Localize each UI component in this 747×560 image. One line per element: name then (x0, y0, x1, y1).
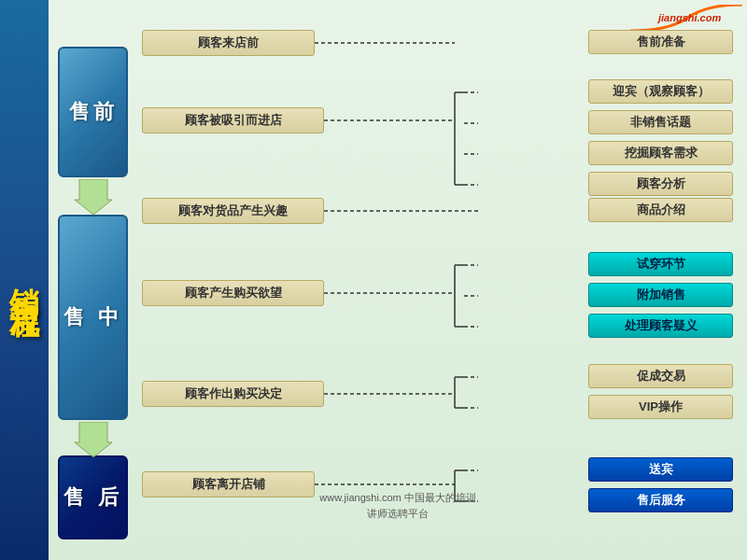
flow-box-4: 顾客产生购买欲望 (142, 280, 324, 306)
flow-box-4-label: 顾客产生购买欲望 (185, 285, 282, 301)
result-box-2-label: 迎宾（观察顾客） (613, 83, 710, 100)
arrow-down-1 (75, 179, 112, 215)
flow-box-3-label: 顾客对货品产生兴趣 (178, 203, 288, 219)
stage-post: 售 后 (58, 455, 128, 539)
svg-marker-1 (75, 179, 112, 215)
watermark: www.jiangshi.com 中国最大的培训 讲师选聘平台 (319, 490, 475, 523)
result-box-11-label: VIP操作 (639, 399, 683, 415)
result-box-6: 商品介绍 (588, 198, 733, 222)
svg-text:jiangshi.com: jiangshi.com (656, 12, 721, 23)
flow-box-1: 顾客来店前 (142, 30, 315, 56)
result-box-8: 附加销售 (588, 283, 733, 307)
stage-post-label: 售 后 (63, 483, 121, 511)
stage-mid: 售 中 (58, 215, 128, 420)
arrow-svg-1 (75, 179, 112, 215)
content-area: jiangshi.com 售前 售 中 售 后 顾客来 (49, 0, 747, 560)
flow-box-6-label: 顾客离开店铺 (192, 476, 265, 493)
result-box-1-label: 售前准备 (637, 34, 685, 50)
arrow-svg-2 (75, 422, 112, 457)
stage-pre-label: 售前 (69, 98, 118, 126)
result-box-9-label: 处理顾客疑义 (625, 317, 698, 334)
result-box-4: 挖掘顾客需求 (588, 141, 733, 165)
result-box-2: 迎宾（观察顾客） (588, 79, 733, 104)
flow-box-6: 顾客离开店铺 (142, 471, 315, 497)
watermark-line1: www.jiangshi.com 中国最大的培训 (319, 490, 475, 507)
watermark-line2: 讲师选聘平台 (319, 506, 475, 523)
result-box-7-label: 试穿环节 (637, 256, 685, 273)
result-box-3-label: 非销售话题 (630, 114, 691, 131)
flow-box-2-label: 顾客被吸引而进店 (185, 112, 282, 129)
svg-marker-2 (75, 422, 112, 457)
result-box-3: 非销售话题 (588, 110, 733, 134)
stage-pre: 售前 (58, 47, 128, 177)
flow-box-2: 顾客被吸引而进店 (142, 107, 324, 133)
result-box-10-label: 促成交易 (637, 368, 685, 385)
result-box-10: 促成交易 (588, 364, 733, 388)
logo-area: jiangshi.com (630, 5, 742, 33)
result-box-5: 顾客分析 (588, 172, 733, 196)
result-box-7: 试穿环节 (588, 252, 733, 276)
stage-mid-label: 售 中 (63, 303, 121, 331)
flow-box-1-label: 顾客来店前 (198, 35, 259, 51)
title-text: 销售流程 (4, 265, 45, 295)
result-box-13-label: 售后服务 (637, 492, 685, 509)
result-box-12: 送宾 (588, 457, 733, 482)
main-container: 销售流程 jiangshi.com 售前 售 中 售 后 (0, 0, 747, 560)
flow-box-3: 顾客对货品产生兴趣 (142, 198, 324, 224)
result-box-6-label: 商品介绍 (637, 202, 685, 218)
result-box-4-label: 挖掘顾客需求 (625, 145, 698, 161)
flow-box-5: 顾客作出购买决定 (142, 381, 324, 407)
result-box-13: 售后服务 (588, 488, 733, 512)
flow-box-5-label: 顾客作出购买决定 (185, 385, 282, 402)
result-box-11: VIP操作 (588, 395, 733, 419)
logo-arc-svg: jiangshi.com (630, 5, 742, 33)
result-box-8-label: 附加销售 (637, 287, 685, 303)
vertical-title: 销售流程 (0, 0, 49, 560)
result-box-12-label: 送宾 (649, 461, 673, 478)
result-box-9: 处理顾客疑义 (588, 314, 733, 338)
result-box-1: 售前准备 (588, 30, 733, 54)
arrow-down-2 (75, 422, 112, 457)
result-box-5-label: 顾客分析 (637, 175, 685, 192)
